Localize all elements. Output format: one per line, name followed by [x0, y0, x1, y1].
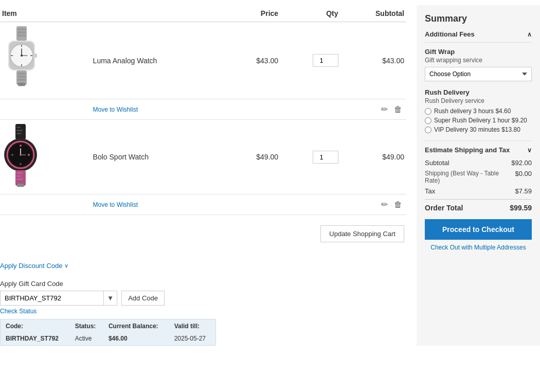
- item-subtotal-2: $49.00: [340, 120, 406, 194]
- status-data-row: BIRTHDAY_ST792 Active $46.00 2025-05-27: [2, 333, 214, 344]
- multi-address-link[interactable]: Check Out with Multiple Addresses: [425, 244, 532, 251]
- item-name-2: Bolo Sport Watch: [91, 120, 228, 194]
- rush-delivery-section: Rush Delivery Rush Delivery service Rush…: [425, 88, 532, 133]
- svg-rect-17: [17, 76, 26, 78]
- svg-point-31: [20, 163, 22, 165]
- tax-row: Tax $7.59: [425, 187, 532, 195]
- additional-fees-label: Additional Fees: [425, 30, 475, 38]
- delete-item-1-button[interactable]: 🗑: [392, 104, 404, 115]
- rush-delivery-radio-1[interactable]: [425, 108, 431, 115]
- shipping-label: Shipping (Best Way - Table Rate): [425, 170, 515, 184]
- code-header: Code:: [2, 320, 70, 332]
- balance-header: Current Balance:: [104, 320, 169, 332]
- gift-card-input-row: ▼ Add Code: [0, 291, 406, 306]
- shipping-row: Shipping (Best Way - Table Rate) $0.00: [425, 170, 532, 184]
- estimate-shipping-label: Estimate Shipping and Tax: [425, 146, 510, 154]
- additional-fees-header: Additional Fees ∧: [425, 30, 532, 43]
- svg-rect-24: [16, 133, 22, 134]
- update-cart-button[interactable]: Update Shopping Cart: [320, 225, 404, 242]
- delete-item-2-button[interactable]: 🗑: [392, 199, 404, 210]
- svg-point-29: [20, 145, 22, 147]
- item-qty-input-2[interactable]: [313, 151, 338, 164]
- rush-delivery-label: Rush Delivery: [425, 88, 532, 96]
- tax-value: $7.59: [515, 187, 532, 195]
- wishlist-row-1: Move to Wishlist ✏ 🗑: [0, 99, 406, 120]
- code-value: BIRTHDAY_ST792: [2, 333, 70, 344]
- balance-value: $46.00: [104, 333, 169, 344]
- estimate-shipping-chevron-icon[interactable]: ∨: [527, 147, 532, 154]
- svg-point-35: [20, 154, 22, 156]
- move-to-wishlist-link-1[interactable]: Move to Wishlist: [93, 106, 138, 113]
- bolo-watch-image: [2, 124, 43, 188]
- table-row: Bolo Sport Watch $49.00 $49.00: [0, 120, 406, 194]
- apply-discount-toggle[interactable]: Apply Discount Code ∨: [0, 262, 406, 270]
- subtotal-label: Subtotal: [425, 159, 449, 167]
- valid-header: Valid till:: [170, 320, 214, 332]
- item-subtotal: $43.00: [340, 22, 406, 99]
- check-status-link[interactable]: Check Status: [0, 308, 37, 315]
- svg-rect-23: [16, 130, 23, 131]
- qty-column-header: Qty: [280, 5, 340, 22]
- svg-rect-14: [34, 54, 37, 58]
- svg-rect-3: [17, 34, 26, 37]
- discount-section: Apply Discount Code ∨: [0, 262, 406, 270]
- item-name: Luma Analog Watch: [91, 22, 228, 99]
- item-image-cell-2: [0, 120, 91, 194]
- gift-card-status-table: Code: Status: Current Balance: Valid til…: [0, 319, 216, 346]
- item-price-2: $49.00: [228, 120, 280, 194]
- shipping-value: $0.00: [515, 170, 532, 184]
- table-row: Luma Analog Watch $43.00 $43.00: [0, 22, 406, 99]
- svg-rect-40: [17, 184, 24, 187]
- valid-value: 2025-05-27: [170, 333, 214, 344]
- luma-watch-image: [2, 26, 41, 93]
- rush-delivery-option-3: VIP Delivery 30 minutes $13.80: [425, 126, 532, 133]
- subtotal-column-header: Subtotal: [340, 5, 406, 22]
- edit-item-1-button[interactable]: ✏: [379, 103, 390, 115]
- svg-rect-18: [17, 79, 26, 81]
- gift-wrap-label: Gift Wrap: [425, 48, 532, 56]
- status-header: Status:: [71, 320, 103, 332]
- svg-point-13: [21, 55, 23, 57]
- gift-card-label: Apply Gift Card Code: [0, 280, 406, 288]
- gift-card-input-wrap: ▼: [0, 291, 117, 306]
- order-total-label: Order Total: [425, 204, 463, 212]
- price-column-header: Price: [228, 5, 280, 22]
- svg-point-30: [28, 154, 30, 156]
- gift-wrap-select[interactable]: Choose Option Standard Wrap Premium Wrap: [425, 67, 532, 81]
- svg-rect-2: [17, 31, 26, 33]
- status-header-row: Code: Status: Current Balance: Valid til…: [2, 320, 214, 332]
- edit-item-2-button[interactable]: ✏: [379, 199, 390, 210]
- update-cart-row: Update Shopping Cart: [0, 215, 406, 252]
- svg-point-32: [11, 154, 13, 156]
- summary-title: Summary: [425, 13, 532, 24]
- rush-delivery-radio-3[interactable]: [425, 127, 431, 133]
- cart-section: Item Price Qty Subtotal: [0, 5, 406, 346]
- cart-table: Item Price Qty Subtotal: [0, 5, 406, 252]
- gift-wrap-section: Gift Wrap Gift wrapping service Choose O…: [425, 48, 532, 81]
- checkout-button[interactable]: Proceed to Checkout: [425, 219, 532, 240]
- move-to-wishlist-link-2[interactable]: Move to Wishlist: [93, 201, 138, 208]
- order-total-value: $99.59: [510, 204, 532, 212]
- gift-card-input[interactable]: [1, 291, 103, 305]
- additional-fees-chevron-icon[interactable]: ∧: [527, 31, 532, 38]
- rush-delivery-label-2: Super Rush Delivery 1 hour $9.20: [434, 117, 527, 124]
- gift-card-section: Apply Gift Card Code ▼ Add Code Check St…: [0, 280, 406, 346]
- status-value: Active: [71, 333, 103, 344]
- svg-rect-39: [16, 179, 23, 180]
- subtotal-value: $92.00: [511, 159, 532, 167]
- svg-rect-16: [17, 73, 26, 75]
- wishlist-row-2: Move to Wishlist ✏ 🗑: [0, 194, 406, 215]
- item-qty-input[interactable]: [313, 54, 338, 67]
- summary-panel: Summary Additional Fees ∧ Gift Wrap Gift…: [417, 5, 540, 346]
- item-column-header: Item: [0, 5, 228, 22]
- svg-rect-1: [17, 28, 26, 30]
- estimate-shipping-header: Estimate Shipping and Tax ∨: [425, 140, 532, 154]
- gift-wrap-description: Gift wrapping service: [425, 57, 532, 64]
- rush-delivery-label-3: VIP Delivery 30 minutes $13.80: [434, 126, 520, 133]
- svg-rect-38: [16, 175, 21, 177]
- rush-delivery-radio-2[interactable]: [425, 117, 431, 124]
- add-code-button[interactable]: Add Code: [121, 291, 165, 306]
- gift-card-dropdown-button[interactable]: ▼: [103, 291, 117, 305]
- svg-rect-21: [15, 124, 26, 139]
- rush-delivery-option-1: Rush delivery 3 hours $4.60: [425, 108, 532, 115]
